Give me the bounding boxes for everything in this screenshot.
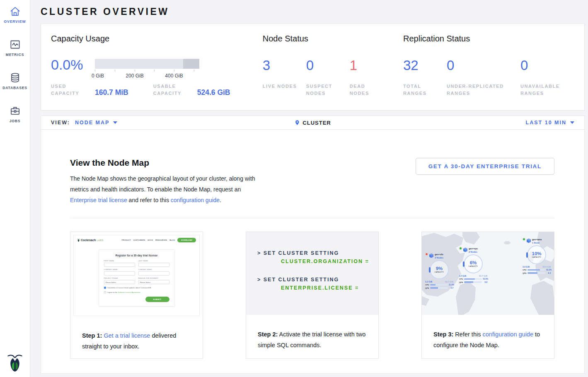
view-label: VIEW: (51, 120, 70, 126)
dead-nodes-stat: 1 DEAD NODES (350, 58, 393, 97)
qps-value: 8.8 (483, 281, 487, 283)
enterprise-trial-button[interactable]: GET A 30-DAY ENTERPRISE TRIAL (416, 158, 554, 175)
stat-value: 1 (350, 58, 393, 72)
mini-download-button: DOWNLOAD (177, 238, 196, 242)
used-capacity-label: USED CAPACITY (51, 83, 84, 97)
get-trial-license-link[interactable]: Get a trial license (104, 332, 150, 339)
trial-registration-form: Register for a 30-day trial license FIRS… (99, 249, 175, 307)
trial-license-site-screenshot: Cockroach LABS PRODUCT CUSTOMERS DOCS RE… (73, 235, 200, 316)
status-dot-live (459, 247, 462, 250)
cluster-label: CLUSTER (302, 120, 331, 126)
cpu-bar (528, 269, 545, 271)
tick-label: 400 GiB (165, 73, 183, 79)
location-pin-icon (294, 119, 300, 126)
configuration-guide-link[interactable]: configuration guide (171, 197, 220, 203)
nodemap-heading: View the Node Map (70, 158, 261, 168)
stat-label: SUSPECT NODES (306, 83, 350, 97)
tick-label: 200 GiB (126, 73, 143, 79)
section-divider (70, 218, 554, 218)
mini-text-input (104, 263, 135, 267)
mini-field-label: PROJECT PHASE (104, 278, 135, 279)
cpu-value: 53.3% (546, 269, 551, 271)
qps-bar (430, 287, 448, 289)
configuration-guide-link[interactable]: configuration guide (482, 331, 533, 338)
sidebar-item-jobs[interactable]: JOBS (0, 99, 30, 133)
mini-nav-item: RESOURCES (155, 239, 167, 241)
mini-select: Please Select (104, 280, 135, 284)
mini-field-label: COMPANY NAME (104, 269, 135, 271)
breadcrumb-cluster: CLUSTER (294, 119, 331, 126)
nodemap-description: The Node Map shows the geographical layo… (70, 173, 261, 205)
capacity-used: 3.6 GiB (523, 266, 530, 268)
usable-capacity-label: USABLE CAPACITY (153, 83, 186, 97)
node-map-view-dropdown[interactable]: NODE MAP (75, 120, 117, 126)
mini-nav-item: CUSTOMERS (133, 239, 145, 241)
cluster-summary-panel: Capacity Usage 0.0% 0 GiB 200 GiB 400 Gi… (41, 24, 585, 111)
cockroach-logo (7, 352, 23, 373)
step1-card: Cockroach LABS PRODUCT CUSTOMERS DOCS RE… (70, 232, 203, 359)
node-map-illustration: geo=sfo 2 Nodes 9% CAPACITY 3.2 GiB53.1 … (422, 232, 554, 315)
time-range-dropdown[interactable]: LAST 10 MIN (526, 120, 574, 126)
stat-label: UNAVAILABLE RANGES (520, 83, 574, 97)
cpu-bar (430, 284, 448, 286)
capacity-ring-marker (526, 252, 528, 258)
sidebar-item-overview[interactable]: OVERVIEW (0, 0, 30, 33)
stat-value: 0 (520, 58, 574, 72)
capacity-total: 53.1 GiB (445, 280, 453, 283)
mini-field-label: REASON FOR INTEREST (138, 278, 169, 279)
mini-text-input (138, 263, 169, 267)
capacity-ring: 6% CAPACITY (464, 254, 483, 273)
sidebar-item-label: METRICS (6, 53, 24, 57)
mini-checkbox-label: I would like to receive email updates ab… (107, 287, 152, 289)
view-bar: VIEW: NODE MAP CLUSTER LAST 10 MIN (41, 116, 585, 130)
step3-caption: Step 3: Refer this configuration guide t… (433, 329, 542, 350)
page-title: CLUSTER OVERVIEW (41, 0, 585, 24)
mini-nav-item: DOCS (148, 239, 153, 241)
node-cube-icon (463, 247, 468, 252)
step3-card: geo=sfo 2 Nodes 9% CAPACITY 3.2 GiB53.1 … (421, 232, 554, 359)
mini-nav-item: BLOG (169, 239, 175, 241)
sql-prompt: > SET CLUSTER SETTING (257, 250, 378, 256)
qps-value: 4.7 (449, 287, 453, 289)
capacity-ring-marker (429, 267, 431, 273)
total-ranges-stat: 32 TOTAL RANGES (403, 58, 447, 97)
chevron-down-icon (570, 121, 574, 124)
capacity-ring: 10% CAPACITY (527, 245, 546, 264)
step2-card: > SET CLUSTER SETTING CLUSTER.ORGANIZATI… (246, 232, 379, 359)
capacity-used: 3.7 GiB (459, 275, 466, 277)
mini-field-label: LAST NAME (138, 260, 169, 262)
sql-setting: CLUSTER.ORGANIZATION = (281, 259, 378, 264)
node-locality: geo=ams (532, 238, 542, 241)
qps-value: 8.4 (546, 272, 551, 274)
sidebar-item-metrics[interactable]: METRICS (0, 33, 30, 66)
mini-site-nav: PRODUCT CUSTOMERS DOCS RESOURCES BLOG DO… (122, 238, 196, 242)
capacity-total: 63.7 GiB (479, 275, 487, 277)
mini-checkbox-label: I agree to the Software License Agreemen… (107, 291, 141, 293)
capacity-usage-section: Capacity Usage 0.0% 0 GiB 200 GiB 400 Gi… (51, 34, 263, 100)
usable-capacity-value: 524.6 GiB (197, 88, 230, 97)
unavailable-ranges-stat: 0 UNAVAILABLE RANGES (520, 58, 574, 97)
enterprise-trial-license-link[interactable]: Enterprise trial license (70, 197, 127, 203)
stat-value: 0 (306, 58, 350, 72)
capacity-used-percent: 0.0% (51, 58, 95, 72)
mini-select: Please Select (138, 280, 169, 284)
cpu-bar (464, 278, 482, 280)
cockroach-bug-icon (77, 238, 80, 242)
status-dot-dead (425, 253, 428, 256)
mini-nav-item: PRODUCT (122, 239, 131, 241)
node-count: 2 Nodes (435, 256, 443, 259)
under-replicated-ranges-stat: 0 UNDER-REPLICATED RANGES (447, 58, 520, 97)
sql-setting: ENTERPRISE.LICENSE = (281, 285, 378, 291)
jobs-icon (10, 105, 21, 116)
capacity-gauge-bar (95, 59, 199, 69)
suspect-nodes-stat: 0 SUSPECT NODES (306, 58, 350, 97)
capacity-gauge-reserved-segment (183, 59, 199, 69)
qps-bar (528, 272, 545, 274)
node-status-section: Node Status 3 LIVE NODES 0 SUSPECT NODES… (263, 34, 403, 100)
sql-prompt: > SET CLUSTER SETTING (257, 277, 378, 283)
mini-checkbox (104, 291, 106, 293)
sidebar-item-databases[interactable]: DATABASES (0, 66, 30, 99)
cpu-value: 42.5% (483, 278, 487, 280)
capacity-ring: 9% CAPACITY (430, 260, 449, 279)
stat-value: 0 (447, 58, 520, 72)
